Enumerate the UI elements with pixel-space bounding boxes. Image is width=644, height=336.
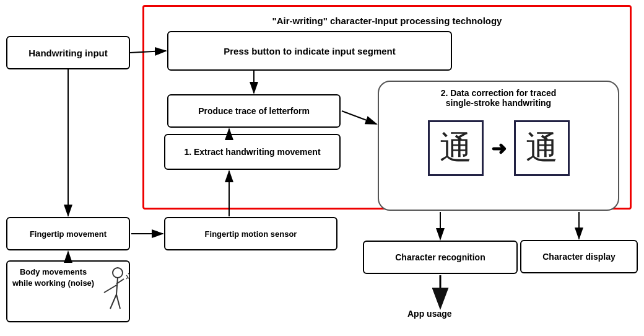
air-writing-title: "Air-writing" character-Input processing… bbox=[272, 15, 502, 26]
svg-point-0 bbox=[113, 268, 123, 278]
handwriting-input-box: Handwriting input bbox=[6, 36, 130, 69]
fingertip-sensor-label: Fingertip motion sensor bbox=[205, 229, 297, 239]
fingertip-movement-box: Fingertip movement bbox=[6, 217, 130, 250]
kanji-after: 通 bbox=[514, 120, 570, 176]
character-recognition-box: Character recognition bbox=[363, 241, 518, 274]
correction-arrow: ➜ bbox=[491, 138, 507, 159]
character-display-label: Character display bbox=[542, 252, 616, 262]
fingertip-sensor-box: Fingertip motion sensor bbox=[164, 217, 337, 250]
produce-trace-box: Produce trace of letterform bbox=[167, 94, 341, 128]
svg-line-4 bbox=[110, 294, 116, 309]
svg-line-1 bbox=[116, 278, 118, 294]
produce-trace-label: Produce trace of letterform bbox=[198, 106, 310, 116]
app-usage-label: App usage bbox=[407, 309, 452, 319]
diagram-container: "Air-writing" character-Input processing… bbox=[0, 0, 644, 336]
svg-line-5 bbox=[116, 294, 120, 309]
kanji-before: 通 bbox=[428, 120, 484, 176]
svg-line-2 bbox=[104, 285, 116, 293]
character-recognition-label: Character recognition bbox=[395, 252, 485, 262]
character-display-box: Character display bbox=[520, 240, 638, 273]
data-correction-box: 2. Data correction for traced single-str… bbox=[378, 81, 619, 211]
correction-images: 通 ➜ 通 bbox=[428, 120, 570, 176]
person-figure bbox=[93, 267, 130, 316]
data-correction-title: 2. Data correction for traced single-str… bbox=[441, 88, 557, 108]
handwriting-input-label: Handwriting input bbox=[28, 48, 107, 58]
press-button-label: Press button to indicate input segment bbox=[224, 46, 396, 56]
extract-handwriting-box: 1. Extract handwriting movement bbox=[164, 134, 341, 170]
body-movements-label: Body movements while working (noise) bbox=[12, 267, 94, 289]
press-button-box: Press button to indicate input segment bbox=[167, 31, 452, 71]
extract-handwriting-label: 1. Extract handwriting movement bbox=[184, 147, 320, 157]
fingertip-movement-label: Fingertip movement bbox=[30, 229, 107, 239]
